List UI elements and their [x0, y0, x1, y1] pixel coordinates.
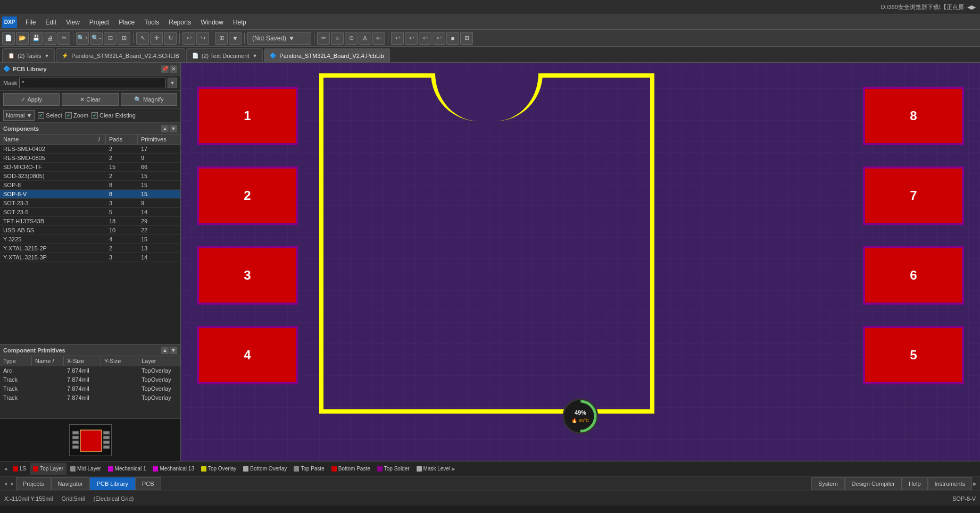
th-pads[interactable]: Pads: [106, 134, 138, 144]
pad-7[interactable]: 7: [863, 166, 964, 225]
tb-doc-dropdown[interactable]: (Not Saved) ▼: [247, 32, 311, 45]
tb-save-btn[interactable]: 💾: [30, 32, 43, 45]
tb-zoomout-btn[interactable]: 🔍-: [90, 32, 103, 45]
tb-open-btn[interactable]: 📂: [16, 32, 29, 45]
tb-pad-btn[interactable]: ⊙: [345, 32, 358, 45]
tb-select-btn[interactable]: ↖: [136, 32, 149, 45]
tb-redo-btn[interactable]: ↪: [196, 32, 209, 45]
layer-botpaste[interactable]: Bottom Paste: [328, 463, 373, 475]
tb-cut-btn[interactable]: ✂: [57, 32, 70, 45]
menu-help[interactable]: Help: [229, 17, 251, 28]
tb-circle-btn[interactable]: ○: [331, 32, 344, 45]
th-sort[interactable]: /: [97, 134, 106, 144]
layer-toppaste[interactable]: Top Paste: [290, 463, 327, 475]
pad-2[interactable]: 2: [197, 166, 298, 225]
layer-ls[interactable]: LS: [10, 463, 29, 475]
tb-rotate-btn[interactable]: ↻: [164, 32, 177, 45]
comp-row-1[interactable]: RES-SMD-0805 2 9: [0, 154, 180, 163]
comp-row-10[interactable]: Y-3225 4 15: [0, 235, 180, 244]
pad-4[interactable]: 4: [197, 326, 298, 384]
layer-topoverlay[interactable]: Top Overlay: [198, 463, 239, 475]
layer-topsolder[interactable]: Top Solder: [374, 463, 413, 475]
menu-file[interactable]: File: [21, 17, 40, 28]
tb-undo-btn[interactable]: ↩: [182, 32, 195, 45]
tab-tasks[interactable]: 📋 (2) Tasks ▼: [2, 48, 55, 62]
tab-pcblib[interactable]: 🔷 Pandora_STM32L4_Board_V2.4.PcbLib: [264, 48, 389, 62]
tab-navigator[interactable]: Navigator: [51, 477, 90, 490]
tab-textdoc-arrow[interactable]: ▼: [252, 53, 257, 58]
tab-textdoc[interactable]: 📄 (2) Text Document ▼: [186, 48, 263, 62]
comp-row-6[interactable]: SOT-23-3 3 9: [0, 199, 180, 208]
pad-8[interactable]: 8: [863, 87, 964, 145]
layer-top[interactable]: Top Layer: [30, 463, 67, 475]
normal-dropdown[interactable]: Normal ▼: [3, 110, 35, 121]
th-primitives[interactable]: Primitives: [138, 134, 180, 144]
bottomtab-scroll-left[interactable]: ◄: [2, 480, 9, 487]
comp-row-7[interactable]: SOT-23-5 5 14: [0, 208, 180, 217]
magnify-button[interactable]: 🔍 Magnify: [121, 93, 177, 106]
canvas-area[interactable]: 1 2 3 4 5 6 7 8 49% 🔥 65°C: [181, 63, 980, 461]
prim-row-1[interactable]: Track 7.874mil TopOverlay: [0, 375, 180, 384]
menu-window[interactable]: Window: [196, 17, 228, 28]
pth-name[interactable]: Name /: [32, 356, 64, 366]
tb-text-btn[interactable]: A: [359, 32, 371, 45]
clearexisting-checkbox[interactable]: ✓: [92, 112, 98, 119]
comp-row-11[interactable]: Y-XTAL-3215-2P 2 13: [0, 244, 180, 253]
tb-griddrop-btn[interactable]: ▼: [229, 32, 242, 45]
clear-button[interactable]: ✕ Clear: [62, 93, 118, 106]
pad-6[interactable]: 6: [863, 246, 964, 305]
tb-print-btn[interactable]: 🖨: [44, 32, 56, 45]
layer-mech1[interactable]: Mechanical 1: [105, 463, 150, 475]
bottomtab-right-arrow[interactable]: ▶: [972, 480, 978, 487]
layer-mech13[interactable]: Mechanical 13: [150, 463, 197, 475]
tb-zoomin-btn[interactable]: 🔍+: [76, 32, 89, 45]
comp-row-0[interactable]: RES-SMD-0402 2 17: [0, 145, 180, 154]
tb-grid-btn[interactable]: ⊞: [215, 32, 228, 45]
comp-row-8[interactable]: TFT-H13TS43B 18 29: [0, 217, 180, 226]
select-checkbox[interactable]: ✓: [38, 112, 44, 119]
pad-5[interactable]: 5: [863, 326, 964, 384]
comp-row-5[interactable]: SOP-8-V 8 15: [0, 190, 180, 199]
tb-move-btn[interactable]: ✛: [150, 32, 163, 45]
prim-row-3[interactable]: Track 7.874mil TopOverlay: [0, 393, 180, 402]
tab-system[interactable]: System: [811, 477, 845, 490]
pth-layer[interactable]: Layer: [138, 356, 180, 366]
th-name[interactable]: Name: [0, 134, 97, 144]
pth-xsize[interactable]: X-Size: [64, 356, 101, 366]
pad-3[interactable]: 3: [197, 246, 298, 305]
tab-projects[interactable]: Projects: [16, 477, 51, 490]
tab-design-compiler[interactable]: Design Compiler: [845, 477, 902, 490]
layer-scroll-left[interactable]: ◄: [2, 465, 9, 473]
tb-redo2-btn[interactable]: ↩: [405, 32, 418, 45]
menu-project[interactable]: Project: [85, 17, 113, 28]
comp-row-2[interactable]: SD-MICRO-TF 15 66: [0, 163, 180, 172]
menu-reports[interactable]: Reports: [164, 17, 195, 28]
tab-pcb[interactable]: PCB: [135, 477, 161, 490]
mask-dropdown-btn[interactable]: ▼: [168, 78, 177, 88]
tb-text2-btn[interactable]: A+: [372, 32, 385, 45]
layer-masklevel-arrow[interactable]: ▶: [452, 466, 455, 472]
comp-scroll-down[interactable]: ▼: [170, 125, 177, 132]
tab-schlib[interactable]: ⚡ Pandora_STM32L4_Board_V2.4.SCHLIB: [56, 48, 185, 62]
prim-scroll-up[interactable]: ▲: [161, 347, 169, 354]
tab-pcblibrary[interactable]: PCB Library: [90, 477, 135, 490]
pth-ysize[interactable]: Y-Size: [101, 356, 138, 366]
menu-view[interactable]: View: [62, 17, 84, 28]
tb-redo3-btn[interactable]: ↩: [419, 32, 431, 45]
clearexisting-checkbox-label[interactable]: ✓ Clear Existing: [92, 112, 136, 119]
pad-1[interactable]: 1: [197, 87, 298, 145]
prim-row-2[interactable]: Track 7.874mil TopOverlay: [0, 384, 180, 393]
mask-input[interactable]: [19, 78, 165, 88]
prim-row-0[interactable]: Arc 7.874mil TopOverlay: [0, 366, 180, 375]
tb-new-btn[interactable]: 📄: [2, 32, 15, 45]
comp-row-3[interactable]: SOD-323(0805) 2 15: [0, 172, 180, 181]
comp-row-4[interactable]: SOP-8 8 15: [0, 181, 180, 190]
tb-pencil-btn[interactable]: ✏: [317, 32, 330, 45]
zoom-checkbox-label[interactable]: ✓ Zoom: [65, 112, 88, 119]
layer-masklevel[interactable]: Mask Level ▶: [413, 463, 459, 475]
bottomtab-scroll-right[interactable]: ►: [9, 480, 16, 487]
prim-scroll-down[interactable]: ▼: [170, 347, 177, 354]
tb-redo4-btn[interactable]: ↩: [433, 32, 445, 45]
tb-grid2-btn[interactable]: ⊞: [460, 32, 473, 45]
menu-tools[interactable]: Tools: [140, 17, 163, 28]
